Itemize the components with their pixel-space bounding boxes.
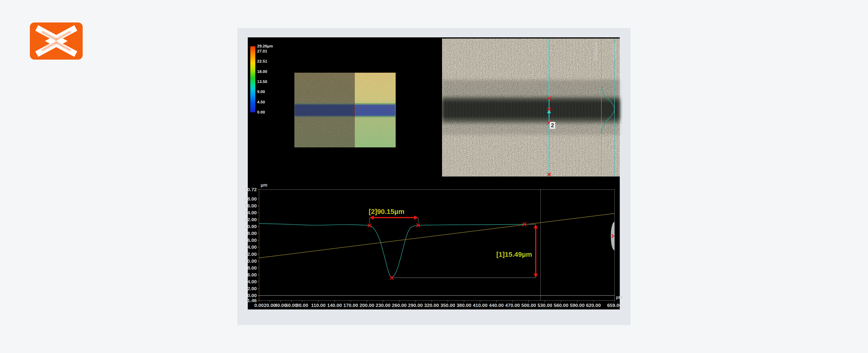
x-axis-unit-label: µm [616,294,623,299]
y-tick-label: 30.72 [245,187,257,192]
y-tick-label: 4.00 [247,279,257,284]
series-reference-slope [259,213,615,258]
x-tick-label: 110.00 [311,303,326,308]
viewer-black-area: 29.26µm27.0122.5118.0013.509.004.500.00 [248,37,620,310]
y-tick-label: 14.00 [245,244,257,250]
colorbar-tick-label: 18.00 [257,69,267,74]
x-tick-label: 380.00 [457,303,471,308]
height-colorbar [250,46,255,112]
height-map-image[interactable] [294,73,396,147]
y-axis-unit-label: µm [260,182,267,187]
x-tick-label: 350.00 [440,303,455,308]
x-tick-label: 470.00 [505,303,520,308]
x-tick-label: 290.00 [408,303,423,308]
y-tick-label: 8.00 [247,265,257,271]
y-tick-label: 0.00 [247,293,257,298]
height-measure-label: [1]15.49µm [496,251,532,258]
colorbar-tick-label: 22.51 [257,59,267,64]
y-tick-label: -1.46 [246,298,257,303]
groove-blue-band [294,104,396,117]
colorbar-tick-label: 29.26µm [257,44,273,48]
x-tick-label: 560.00 [554,303,568,308]
colorbar-tick-label: 0.00 [257,110,265,115]
x-tick-label: 440.00 [489,303,503,308]
y-tick-label: 28.00 [245,196,257,202]
x-tick-label: 659.06 [607,303,622,308]
y-tick-label: 24.00 [245,210,257,215]
measure-number-label: 2 [551,122,554,128]
x-tick-label: 170.00 [343,303,358,308]
x-tick-label: 410.00 [473,303,488,308]
profile-chart[interactable]: [2]90.15µm[1]15.49µm0.0020.0040.0060.008… [248,181,620,310]
x-tick-label: 80.00 [296,303,308,308]
x-tick-label: 20.00 [264,303,276,308]
x-tick-label: 230.00 [376,303,391,308]
measurement-software-panel: 29.26µm27.0122.5118.0013.509.004.500.00 [238,28,630,325]
x-tick-label: 40.00 [275,303,287,308]
colorbar-tick-label: 27.01 [257,49,267,54]
axis-ticks: 0.0020.0040.0060.0080.00110.00140.00170.… [245,187,622,308]
colorbar-tick-label: 13.50 [257,79,267,84]
rotated-measure-label: 209.5µm [593,42,598,61]
y-tick-label: 10.00 [245,258,257,263]
x-tick-label: 320.00 [424,303,439,308]
y-tick-label: 26.00 [245,203,257,208]
y-tick-label: 16.00 [245,238,257,243]
dark-wear-band [442,80,620,135]
colorbar-tick-label: 9.00 [257,90,265,94]
colorbar-tick-label: 4.50 [257,100,265,105]
y-tick-label: 2.00 [247,286,257,291]
x-tick-label: 0.00 [254,303,264,308]
x-tick-label: 260.00 [392,303,407,308]
x-tick-label: 140.00 [327,303,342,308]
rotated-measure-label: 5.45µm [612,43,617,60]
microscope-texture-image[interactable]: 209.5µm5.45µm2 [442,38,620,176]
plot-border [259,189,615,301]
y-tick-label: 12.00 [245,251,257,257]
height-measure-arrow [534,224,538,278]
y-tick-label: 18.00 [245,231,257,236]
x-tick-label: 500.00 [521,303,536,308]
width-measure-arrow [370,215,418,220]
y-tick-label: 22.00 [245,217,257,222]
series-surface-profile [259,223,525,277]
y-tick-label: 6.00 [247,272,257,277]
x-tick-label: 200.00 [360,303,374,308]
brand-logo[interactable] [30,23,83,60]
x-tick-label: 530.00 [537,303,552,308]
width-measure-label: [2]90.15µm [369,208,405,215]
x-tick-label: 60.00 [285,303,298,308]
x-tick-label: 590.00 [570,303,585,308]
y-tick-label: 20.00 [245,224,257,229]
x-tick-label: 620.00 [586,303,601,308]
